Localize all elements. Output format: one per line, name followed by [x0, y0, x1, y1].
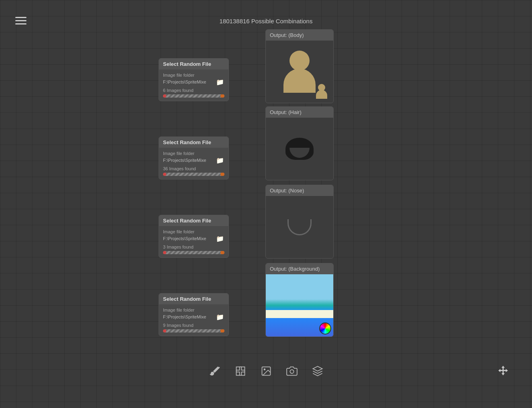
node-background: Select Random File Image file folder F:\…: [159, 293, 229, 336]
hamburger-line-1: [15, 17, 26, 18]
output-hair-header: Output: (Hair): [266, 107, 333, 118]
node-background-images-found: 9 Images found: [163, 323, 224, 328]
person-head: [289, 51, 310, 71]
brush-tool-button[interactable]: [206, 362, 224, 380]
person-small-body: [316, 90, 327, 99]
node-nose-images-found: 3 Images found: [163, 245, 224, 249]
output-background-header: Output: (Background): [266, 263, 333, 274]
move-icon: [497, 365, 510, 377]
node-background-header: Select Random File: [159, 294, 228, 304]
node-body-header: Select Random File: [159, 59, 228, 69]
node-nose-field-label: Image file folder: [163, 229, 224, 234]
output-hair-preview: [266, 118, 333, 180]
output-nose-node: Output: (Nose): [265, 185, 334, 259]
node-hair-field-value: F:\Projects\SpriteMixe: [163, 158, 206, 163]
node-hair-images-found: 36 Images found: [163, 166, 224, 171]
node-hair: Select Random File Image file folder F:\…: [159, 137, 229, 180]
layers-icon: [312, 365, 323, 377]
progress-bar-track: [163, 94, 224, 98]
node-nose-progress: [163, 251, 224, 254]
node-body-images-found: 6 Images found: [163, 88, 224, 93]
node-hair-progress: [163, 173, 224, 176]
node-background-folder-icon[interactable]: [216, 313, 224, 320]
svg-point-5: [264, 369, 265, 370]
node-body-field-value: F:\Projects\SpriteMixe: [163, 80, 206, 84]
node-body-field-label: Image file folder: [163, 73, 224, 78]
node-background-progress: [163, 329, 224, 333]
progress-dot-right: [220, 94, 224, 98]
progress-dot-right-4: [220, 329, 224, 333]
bottom-toolbar: [206, 362, 326, 380]
brush-icon: [209, 365, 220, 377]
layers-tool-button[interactable]: [309, 362, 326, 380]
image-tool-button[interactable]: [257, 362, 275, 380]
image-icon: [261, 365, 272, 377]
node-nose: Select Random File Image file folder F:\…: [159, 215, 229, 258]
node-body-progress: [163, 94, 224, 98]
svg-point-6: [290, 370, 294, 373]
progress-bar-track-4: [163, 329, 224, 333]
hair-shape: [285, 138, 314, 160]
output-background-node: Output: (Background): [265, 263, 334, 337]
node-nose-header: Select Random File: [159, 215, 228, 226]
progress-dot-left-3: [163, 251, 166, 254]
node-background-field-value: F:\Projects\SpriteMixe: [163, 314, 206, 319]
output-nose-header: Output: (Nose): [266, 185, 333, 196]
grid-icon: [235, 365, 246, 377]
output-background-preview: [266, 274, 333, 337]
node-body-folder-icon[interactable]: [216, 78, 224, 86]
hamburger-menu-button[interactable]: [15, 17, 26, 24]
output-body-preview: [266, 41, 333, 103]
person-small-icon: [316, 84, 327, 99]
hair-shape-icon: [283, 133, 316, 165]
progress-dot-left: [163, 94, 166, 98]
node-background-field-label: Image file folder: [163, 308, 224, 312]
node-body: Select Random File Image file folder F:\…: [159, 58, 229, 101]
node-hair-folder-icon[interactable]: [216, 157, 224, 164]
nose-shape-icon: [287, 219, 312, 235]
progress-bar-track-3: [163, 251, 224, 254]
output-nose-preview: [266, 196, 333, 258]
camera-tool-button[interactable]: [283, 362, 301, 380]
camera-icon: [286, 365, 298, 377]
progress-dot-left-4: [163, 329, 166, 333]
node-hair-field-label: Image file folder: [163, 151, 224, 156]
progress-dot-right-2: [220, 173, 224, 176]
svg-marker-7: [313, 366, 322, 371]
body-person-icon: [283, 51, 316, 93]
hamburger-line-2: [15, 20, 26, 21]
hamburger-line-3: [15, 23, 26, 24]
node-hair-header: Select Random File: [159, 137, 228, 148]
output-hair-node: Output: (Hair): [265, 106, 334, 180]
output-body-node: Output: (Body): [265, 29, 334, 103]
move-tool-button[interactable]: [494, 362, 512, 380]
progress-dot-left-2: [163, 173, 166, 176]
progress-bar-track-2: [163, 173, 224, 176]
output-body-header: Output: (Body): [266, 30, 333, 41]
progress-dot-right-3: [220, 251, 224, 254]
color-swatch-circle: [319, 322, 331, 335]
grid-tool-button[interactable]: [232, 362, 249, 380]
node-nose-field-value: F:\Projects\SpriteMixe: [163, 236, 206, 241]
person-body-shape: [283, 69, 316, 93]
page-title: 180138816 Possible Combinations: [220, 18, 313, 24]
node-nose-folder-icon[interactable]: [216, 235, 224, 242]
